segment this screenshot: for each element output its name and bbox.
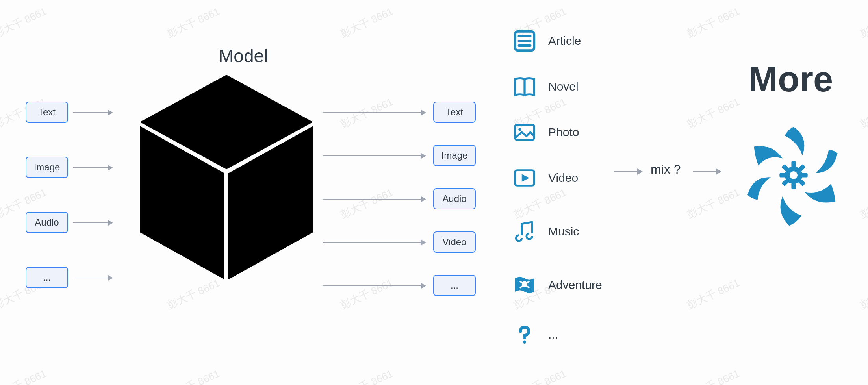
arrow-mix-left [614, 171, 642, 172]
arrow-input-2 [73, 222, 112, 223]
watermark: 彭大千 8661 [685, 4, 742, 41]
arrow-input-1 [73, 167, 112, 168]
pill-label: Image [441, 150, 468, 161]
watermark: 彭大千 8661 [858, 185, 868, 222]
svg-rect-22 [801, 173, 808, 177]
arrow-mix-right [693, 171, 721, 172]
watermark: 彭大千 8661 [512, 185, 568, 222]
mix-label: mix ? [651, 162, 681, 177]
model-title: Model [219, 45, 268, 67]
watermark: 彭大千 8661 [165, 276, 222, 312]
pill-label: Video [443, 237, 467, 248]
video-icon [512, 165, 537, 191]
content-row-music: Music [512, 219, 579, 244]
watermark: 彭大千 8661 [338, 4, 395, 41]
content-row-novel: Novel [512, 74, 579, 99]
output-pill-text: Text [433, 102, 476, 123]
output-pill-audio: Audio [433, 188, 476, 209]
svg-point-8 [518, 128, 521, 131]
arrow-output-1 [323, 155, 425, 156]
watermark: 彭大千 8661 [685, 185, 742, 222]
watermark: 彭大千 8661 [338, 366, 395, 385]
swirl-gear-icon [736, 118, 839, 220]
flag-skull-icon [512, 272, 537, 298]
output-pill-video: Video [433, 231, 476, 253]
content-label: Adventure [548, 278, 602, 292]
pill-label: Image [34, 162, 60, 173]
content-row-adventure: Adventure [512, 272, 602, 298]
watermark: 彭大千 8661 [512, 366, 568, 385]
watermark: 彭大千 8661 [0, 4, 49, 41]
pill-label: Audio [35, 217, 59, 228]
content-row-more: ... [512, 322, 558, 347]
content-label: Novel [548, 80, 579, 93]
pill-label: ... [451, 280, 458, 291]
content-label: Article [548, 34, 581, 48]
svg-point-18 [790, 171, 798, 179]
content-label: Music [548, 225, 579, 238]
watermark: 彭大千 8661 [858, 95, 868, 131]
pill-label: Text [38, 107, 56, 118]
input-pill-audio: Audio [26, 212, 68, 233]
arrow-output-2 [323, 199, 425, 200]
arrow-output-3 [323, 242, 425, 243]
content-label: ... [548, 328, 558, 341]
pill-label: Audio [442, 193, 466, 204]
watermark: 彭大千 8661 [338, 185, 395, 222]
svg-rect-19 [791, 161, 796, 167]
content-label: Photo [548, 126, 579, 139]
input-pill-text: Text [26, 102, 68, 123]
book-icon [512, 74, 537, 99]
pill-label: Text [446, 107, 463, 118]
watermark: 彭大千 8661 [338, 276, 395, 312]
pill-label: ... [43, 272, 51, 283]
watermark: 彭大千 8661 [685, 95, 742, 131]
svg-rect-21 [779, 173, 786, 177]
watermark: 彭大千 8661 [165, 366, 222, 385]
arrow-output-4 [323, 285, 425, 286]
watermark: 彭大千 8661 [858, 276, 868, 312]
output-pill-more: ... [433, 275, 476, 296]
content-row-article: Article [512, 28, 581, 54]
more-title: More [748, 59, 833, 100]
watermark: 彭大千 8661 [685, 366, 742, 385]
content-label: Video [548, 171, 578, 185]
watermark: 彭大千 8661 [858, 4, 868, 41]
input-pill-more: ... [26, 267, 68, 288]
watermark: 彭大千 8661 [685, 276, 742, 312]
cube-icon [136, 75, 317, 279]
input-pill-image: Image [26, 157, 68, 178]
music-icon [512, 219, 537, 244]
content-row-video: Video [512, 165, 578, 191]
diagram-stage: 彭大千 8661 彭大千 8661 彭大千 8661 彭大千 8661 彭大千 … [0, 0, 868, 385]
svg-marker-10 [522, 174, 529, 181]
content-row-photo: Photo [512, 120, 579, 145]
svg-point-16 [523, 341, 526, 344]
svg-rect-20 [791, 183, 796, 189]
arrow-output-0 [323, 112, 425, 113]
article-icon [512, 28, 537, 54]
watermark: 彭大千 8661 [0, 366, 49, 385]
watermark: 彭大千 8661 [338, 95, 395, 131]
question-icon [512, 322, 537, 347]
photo-icon [512, 120, 537, 145]
watermark: 彭大千 8661 [165, 4, 222, 41]
output-pill-image: Image [433, 145, 476, 166]
arrow-input-3 [73, 278, 112, 278]
arrow-input-0 [73, 112, 112, 113]
model-cube [136, 75, 317, 279]
